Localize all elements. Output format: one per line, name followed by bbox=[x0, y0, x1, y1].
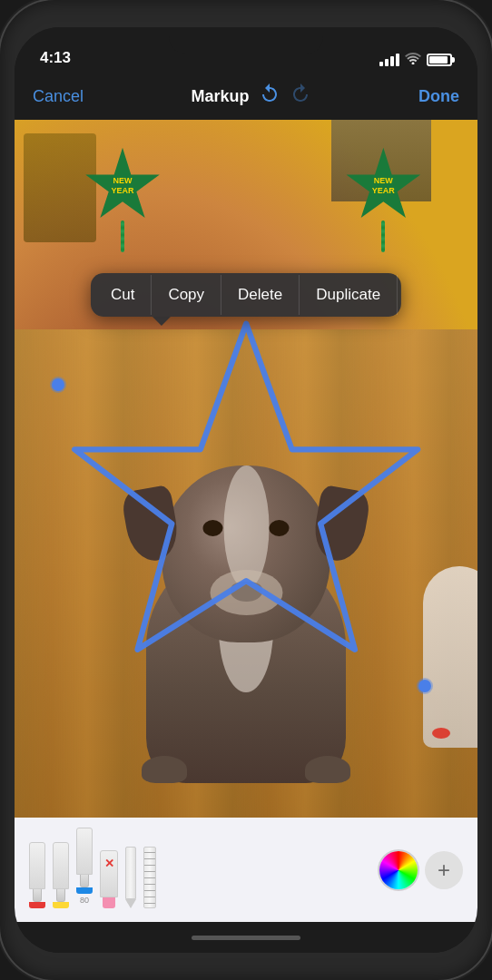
context-menu-copy[interactable]: Copy bbox=[152, 275, 221, 315]
undo-button[interactable] bbox=[259, 83, 280, 110]
toolbar-center: Markup bbox=[192, 83, 311, 110]
context-menu-delete[interactable]: Delete bbox=[221, 275, 300, 315]
status-icons bbox=[379, 52, 452, 67]
star-drawing bbox=[52, 273, 440, 706]
toolbar-title: Markup bbox=[192, 87, 250, 106]
cancel-button[interactable]: Cancel bbox=[33, 87, 84, 106]
wifi-icon bbox=[405, 52, 421, 67]
signal-icon bbox=[379, 54, 399, 66]
home-indicator-area bbox=[15, 922, 477, 953]
done-button[interactable]: Done bbox=[418, 87, 459, 106]
blue-marker-label: 80 bbox=[80, 896, 89, 905]
battery-icon bbox=[427, 54, 452, 66]
image-canvas[interactable]: NEWYEAR NEWYEAR bbox=[15, 120, 477, 818]
phone-frame: 4:13 bbox=[0, 0, 492, 980]
pencil-tool[interactable] bbox=[125, 831, 136, 908]
star-right-decoration: NEWYEAR bbox=[345, 148, 422, 225]
context-menu: Cut Copy Delete Duplicate bbox=[91, 273, 401, 317]
notch bbox=[169, 27, 323, 54]
star-left-decoration: NEWYEAR bbox=[84, 148, 162, 225]
add-tool-button[interactable]: + bbox=[425, 851, 463, 889]
context-menu-caret bbox=[153, 317, 171, 326]
color-wheel-button[interactable] bbox=[379, 851, 418, 889]
redo-button[interactable] bbox=[290, 83, 311, 110]
eraser-tool[interactable]: ✕ bbox=[100, 831, 118, 908]
drawing-toolbar: 80 ✕ bbox=[15, 818, 477, 922]
ruler-tool[interactable] bbox=[143, 831, 156, 908]
markup-toolbar: Cancel Markup Done bbox=[15, 73, 477, 120]
red-marker-tool[interactable] bbox=[29, 831, 45, 908]
home-indicator-bar[interactable] bbox=[192, 936, 300, 940]
phone-screen: 4:13 bbox=[15, 27, 477, 953]
context-menu-cut[interactable]: Cut bbox=[94, 275, 152, 315]
blue-marker-tool[interactable]: 80 bbox=[76, 828, 93, 905]
yellow-marker-tool[interactable] bbox=[53, 831, 69, 908]
selection-handle-top[interactable] bbox=[52, 378, 64, 391]
context-menu-duplicate[interactable]: Duplicate bbox=[300, 275, 398, 315]
selection-handle-bottom[interactable] bbox=[418, 680, 431, 692]
add-icon: + bbox=[438, 859, 450, 881]
status-time: 4:13 bbox=[40, 49, 71, 67]
